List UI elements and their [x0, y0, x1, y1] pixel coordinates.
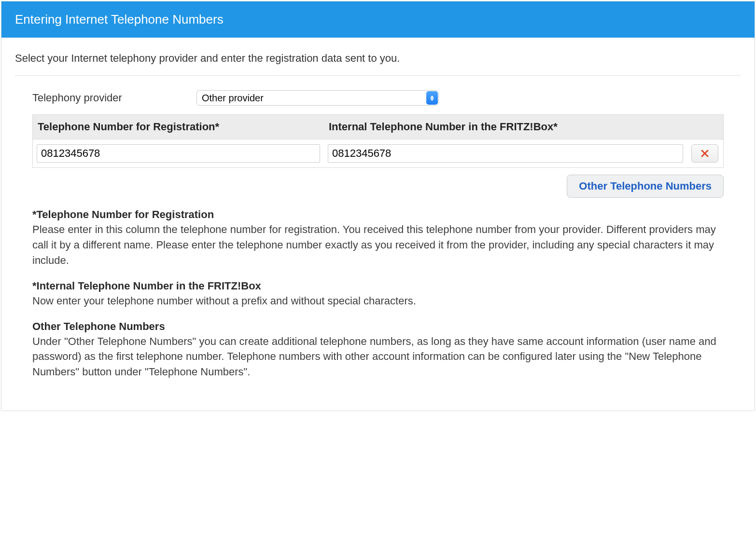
table-header-row: Telephone Number for Registration* Inter… — [33, 115, 724, 139]
col-actions — [687, 115, 724, 139]
help-other: Other Telephone Numbers Under "Other Tel… — [32, 320, 724, 380]
internal-number-input[interactable] — [328, 144, 683, 163]
provider-select-wrap: Other provider — [196, 90, 439, 106]
panel-body: Select your Internet telephony provider … — [1, 38, 755, 411]
help-registration-title: *Telephone Number for Registration — [32, 208, 724, 221]
table-row — [33, 139, 724, 168]
help-other-text: Under "Other Telephone Numbers" you can … — [32, 334, 724, 380]
help-registration: *Telephone Number for Registration Pleas… — [32, 208, 724, 268]
delete-row-button[interactable] — [691, 144, 718, 163]
intro-text: Select your Internet telephony provider … — [15, 52, 741, 65]
provider-row: Telephony provider Other provider — [32, 90, 724, 106]
help-internal-title: *Internal Telephone Number in the FRITZ!… — [32, 280, 724, 292]
col-registration: Telephone Number for Registration* — [33, 115, 324, 139]
config-panel: Entering Internet Telephone Numbers Sele… — [1, 1, 755, 411]
help-internal-text: Now enter your telephone number without … — [32, 293, 724, 309]
col-internal: Internal Telephone Number in the FRITZ!B… — [324, 115, 687, 139]
divider — [15, 75, 741, 76]
actions-row: Other Telephone Numbers — [32, 175, 724, 198]
provider-select[interactable]: Other provider — [196, 90, 439, 106]
provider-label: Telephony provider — [32, 92, 196, 104]
help-internal: *Internal Telephone Number in the FRITZ!… — [32, 280, 724, 309]
panel-title: Entering Internet Telephone Numbers — [1, 1, 755, 38]
help-registration-text: Please enter in this column the telephon… — [32, 222, 724, 268]
close-icon — [701, 150, 709, 157]
numbers-table: Telephone Number for Registration* Inter… — [32, 114, 724, 168]
registration-number-input[interactable] — [37, 144, 320, 163]
other-telephone-numbers-button[interactable]: Other Telephone Numbers — [567, 175, 724, 198]
form-section: Telephony provider Other provider Teleph… — [15, 90, 741, 380]
help-other-title: Other Telephone Numbers — [32, 320, 724, 333]
